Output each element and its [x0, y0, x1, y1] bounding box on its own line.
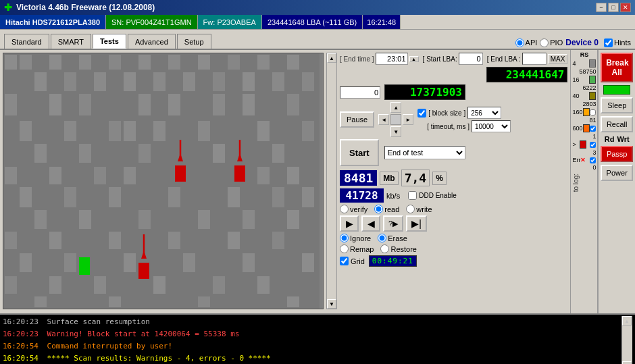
verify-radio-label[interactable]: verify	[340, 205, 367, 213]
nav-left-button[interactable]: ◄	[378, 114, 389, 125]
svg-rect-14	[94, 72, 106, 91]
right-sidebar: BreakAll Sleep Recall Rd Wrt Passp Power	[598, 50, 635, 313]
end-time-up[interactable]: ▲	[409, 56, 419, 62]
svg-rect-46	[138, 144, 151, 163]
remap-radio-label[interactable]: Remap	[340, 244, 374, 253]
svg-rect-41	[198, 121, 210, 141]
grid-check-label[interactable]: Grid	[340, 257, 365, 265]
pause-button[interactable]: Pause	[340, 111, 374, 128]
minimize-button[interactable]: −	[596, 3, 607, 12]
pio-radio-label[interactable]: PIO	[540, 38, 563, 47]
sector-check-600[interactable]	[590, 126, 596, 132]
main-area: // This will be rendered statically belo…	[0, 50, 635, 313]
start-lba-input[interactable]	[459, 53, 483, 65]
svg-rect-49	[5, 167, 17, 184]
end-button[interactable]: ▶|	[406, 215, 427, 232]
ignore-radio-label[interactable]: Ignore	[340, 234, 371, 242]
nav-diamond: ▲ ▼ ◄ ►	[378, 102, 413, 137]
sector-count-160: 81	[572, 117, 596, 124]
write-radio[interactable]	[406, 205, 415, 213]
restore-radio-label[interactable]: Restore	[380, 244, 417, 253]
step-button[interactable]: ?▶	[383, 215, 403, 232]
erase-radio[interactable]	[378, 234, 386, 242]
log-scroll-down[interactable]: ▼	[622, 361, 632, 364]
sector-check-160[interactable]	[590, 109, 596, 115]
close-button[interactable]: ✕	[620, 3, 631, 12]
log-scroll-up[interactable]: ▲	[622, 316, 632, 326]
log-scrollbar[interactable]: ▲ ▼	[621, 316, 632, 364]
end-time-label: [ End time ]	[340, 55, 374, 63]
svg-rect-72	[5, 232, 17, 249]
svg-rect-57	[109, 187, 121, 207]
block-size-check[interactable]	[417, 109, 426, 118]
recall-button[interactable]: Recall	[601, 116, 633, 132]
erase-radio-label[interactable]: Erase	[378, 234, 407, 242]
svg-rect-22	[5, 94, 17, 115]
nav-down-button[interactable]: ▼	[390, 126, 401, 137]
svg-rect-59	[228, 187, 240, 207]
sector-check-gt[interactable]	[590, 142, 596, 148]
tab-advanced[interactable]: Advanced	[128, 34, 176, 49]
rs-label: RS	[572, 51, 596, 58]
svg-rect-30	[175, 165, 186, 182]
grid-checkbox[interactable]	[340, 257, 349, 265]
scroll-down-button[interactable]: ▼	[327, 299, 336, 309]
log-time-0: 16:20:23	[3, 317, 39, 326]
hints-label: Hints	[614, 38, 631, 47]
max-button[interactable]: MAX	[548, 54, 568, 64]
tab-smart[interactable]: SMART	[51, 34, 91, 49]
hints-check[interactable]: Hints	[604, 38, 631, 47]
sleep-button[interactable]: Sleep	[601, 97, 633, 113]
nav-right-button[interactable]: ►	[403, 114, 413, 125]
maximize-button[interactable]: □	[608, 3, 619, 12]
tab-standard[interactable]: Standard	[4, 34, 49, 49]
break-all-button[interactable]: BreakAll	[601, 53, 633, 82]
svg-rect-7	[168, 55, 180, 70]
drive-firmware: Fw: P23OABEA	[198, 15, 262, 29]
rewind-button[interactable]: ◀	[361, 215, 380, 232]
api-radio[interactable]	[515, 38, 524, 47]
sector-count-40: 2803	[572, 101, 596, 107]
log-line-3: 16:20:54 ***** Scan results: Warnings - …	[3, 353, 621, 364]
pio-radio[interactable]	[540, 38, 549, 47]
verify-radio[interactable]	[340, 205, 349, 213]
second-counter-display: 17371903	[384, 84, 465, 100]
play-button[interactable]: ▶	[340, 215, 359, 232]
ddd-checkbox[interactable]	[408, 191, 417, 200]
svg-rect-74	[109, 232, 121, 249]
sector-count-gt: 3	[572, 149, 596, 156]
remap-radio[interactable]	[340, 244, 349, 253]
block-size-select[interactable]: 256512128	[467, 107, 501, 119]
svg-rect-73	[49, 232, 61, 249]
svg-rect-91	[109, 296, 121, 307]
restore-radio[interactable]	[380, 244, 389, 253]
lba-counter-display: 234441647	[486, 67, 567, 82]
scroll-up-button[interactable]: ▲	[327, 53, 336, 63]
pio-label: PIO	[550, 38, 563, 47]
timeout-label: [ timeout, ms ]	[427, 123, 469, 130]
second-lba-input[interactable]	[340, 86, 380, 99]
api-radio-label[interactable]: API	[515, 38, 538, 47]
start-button[interactable]: Start	[340, 139, 379, 166]
log-line-2: 16:20:54 Command interrupted by user!	[3, 340, 621, 353]
log-line-1: 16:20:23 Warning! Block start at 1420006…	[3, 328, 621, 340]
sector-bar-40	[589, 92, 596, 100]
passp-button[interactable]: Passp	[601, 146, 633, 162]
end-lba-input[interactable]	[522, 53, 547, 65]
ignore-radio[interactable]	[340, 234, 349, 242]
scan-scrollbar[interactable]: ▲ ▼	[326, 53, 337, 309]
sector-check-err[interactable]	[590, 157, 596, 163]
mode-select[interactable]: End of testLoopStop on error	[384, 146, 465, 159]
tab-setup[interactable]: Setup	[177, 34, 211, 49]
timeout-select[interactable]: 10000500020000	[472, 120, 511, 132]
end-time-input[interactable]	[376, 53, 408, 65]
power-button[interactable]: Power	[601, 165, 633, 181]
hints-checkbox[interactable]	[604, 38, 613, 47]
svg-rect-20	[272, 72, 284, 91]
ddd-label[interactable]: DDD Enable	[408, 191, 457, 200]
read-radio-label[interactable]: read	[374, 205, 399, 213]
nav-up-button[interactable]: ▲	[390, 102, 401, 113]
read-radio[interactable]	[374, 205, 383, 213]
tab-tests[interactable]: Tests	[93, 34, 126, 49]
write-radio-label[interactable]: write	[406, 205, 432, 213]
